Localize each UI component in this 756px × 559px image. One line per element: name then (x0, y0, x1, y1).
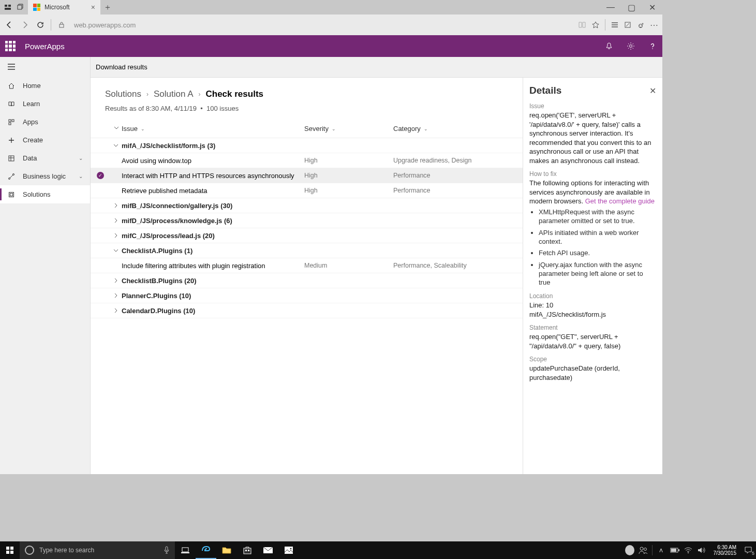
microsoft-favicon (33, 4, 40, 11)
help-icon[interactable] (648, 41, 657, 51)
issue-row[interactable]: Retrieve published metadataHighPerforman… (91, 183, 523, 198)
hub-icon[interactable] (611, 22, 619, 28)
tab-bar: Microsoft × ＋ — ▢ ✕ (0, 0, 662, 14)
chevron-icon (110, 277, 122, 284)
tab-close-icon[interactable]: × (91, 3, 95, 11)
details-issue-label: Issue (529, 102, 656, 110)
settings-icon[interactable] (626, 41, 635, 51)
group-row[interactable]: mifA_/JS/checklist/form.js (3) (91, 138, 523, 153)
crumb-solution-a[interactable]: Solution A (154, 89, 194, 99)
grid-body: mifA_/JS/checklist/form.js (3)Avoid usin… (91, 138, 523, 318)
svg-rect-13 (12, 120, 14, 122)
back-button[interactable] (4, 20, 14, 30)
nav-collapse-button[interactable] (0, 57, 90, 77)
command-bar: Download results (91, 57, 662, 78)
crumb-current: Check results (206, 89, 264, 99)
svg-rect-14 (9, 123, 11, 125)
home-icon (7, 82, 16, 90)
svg-rect-15 (9, 156, 14, 161)
suite-header: PowerApps (0, 35, 662, 57)
collapse-all-icon[interactable] (113, 125, 120, 131)
details-statement-text: req.open("GET", serverURL + "/api/data/v… (529, 332, 656, 350)
chevron-icon (110, 217, 122, 224)
nav-label: Apps (23, 118, 38, 126)
taskview-icon[interactable] (3, 3, 12, 12)
issue-row[interactable]: Include filtering attributes with plugin… (91, 258, 523, 273)
svg-point-9 (642, 23, 643, 24)
download-results-button[interactable]: Download results (96, 63, 147, 71)
tab-title: Microsoft (45, 4, 70, 11)
url-text[interactable]: web.powerapps.com (74, 21, 573, 29)
group-row[interactable]: CalendarD.Plugins (10) (91, 303, 523, 318)
nav-data[interactable]: Data⌄ (0, 149, 90, 167)
lock-icon[interactable] (56, 20, 67, 30)
svg-rect-4 (60, 24, 64, 27)
svg-point-10 (630, 45, 632, 48)
share-icon[interactable] (636, 21, 645, 29)
group-row[interactable]: mifB_/JS/connection/gallery.js (30) (91, 198, 523, 213)
details-panel: Details ✕ Issue req.open('GET', serverUR… (523, 78, 662, 474)
close-details-button[interactable]: ✕ (649, 86, 656, 96)
group-row[interactable]: PlannerC.Plugins (10) (91, 288, 523, 303)
issue-row[interactable]: Avoid using window.topHighUpgrade readin… (91, 153, 523, 168)
details-howtofix-label: How to fix (529, 170, 656, 178)
svg-point-7 (639, 25, 640, 26)
favorite-icon[interactable] (591, 21, 600, 29)
svg-rect-18 (9, 192, 14, 197)
flow-icon (7, 172, 16, 181)
nav-label: Learn (23, 100, 40, 108)
svg-rect-0 (5, 5, 7, 7)
solutions-icon (7, 190, 16, 199)
breadcrumb: Solutions › Solution A › Check results (91, 89, 523, 99)
group-row[interactable]: mifC_/JS/process/lead.js (20) (91, 228, 523, 243)
nav-label: Create (23, 136, 43, 144)
fix-list-item: XMLHttpRequest with the async parameter … (539, 208, 656, 226)
data-icon (7, 154, 16, 163)
fix-list-item: jQuery.ajax function with the async para… (539, 261, 656, 287)
col-header-severity[interactable]: Severity⌄ (304, 125, 393, 133)
chevron-down-icon: ⌄ (79, 173, 83, 179)
details-location-line: Line: 10 (529, 301, 656, 310)
group-row[interactable]: ChecklistA.Plugins (1) (91, 243, 523, 258)
tabgroup-icon[interactable] (16, 3, 25, 12)
col-header-category[interactable]: Category⌄ (393, 125, 508, 133)
guide-link[interactable]: Get the complete guide (585, 197, 655, 205)
fix-list-item: Fetch API usage. (539, 249, 656, 258)
notifications-icon[interactable] (604, 41, 614, 51)
chevron-icon (110, 247, 122, 254)
new-tab-button[interactable]: ＋ (100, 0, 115, 14)
crumb-solutions[interactable]: Solutions (105, 89, 141, 99)
results-pane: Solutions › Solution A › Check results R… (91, 78, 523, 474)
notes-icon[interactable] (624, 21, 631, 28)
details-location-label: Location (529, 292, 656, 300)
reading-icon[interactable] (578, 21, 586, 28)
refresh-button[interactable] (35, 20, 46, 30)
address-bar: web.powerapps.com ⋯ (0, 14, 662, 35)
col-header-issue[interactable]: Issue⌄ (122, 125, 304, 133)
forward-button[interactable] (20, 20, 30, 30)
chevron-right-icon: › (199, 91, 201, 98)
more-icon[interactable]: ⋯ (650, 20, 658, 30)
svg-rect-12 (9, 120, 11, 122)
results-meta: Results as of 8:30 AM, 4/11/19 • 100 iss… (91, 99, 523, 122)
nav-solutions[interactable]: Solutions (0, 185, 90, 203)
app-name[interactable]: PowerApps (25, 42, 65, 51)
app-launcher-icon[interactable] (5, 41, 16, 51)
issue-row[interactable]: ✓Interact with HTTP and HTTPS resources … (91, 168, 523, 183)
learn-icon (7, 100, 16, 108)
chevron-icon (110, 292, 122, 299)
chevron-icon (110, 307, 122, 314)
nav-label: Solutions (23, 190, 50, 198)
nav-create[interactable]: Create (0, 131, 90, 149)
group-row[interactable]: mifD_/JS/process/knowledge.js (6) (91, 213, 523, 228)
maximize-button[interactable]: ▢ (621, 0, 642, 14)
nav-business-logic[interactable]: Business logic⌄ (0, 167, 90, 185)
browser-tab[interactable]: Microsoft × (28, 0, 100, 14)
minimize-button[interactable]: — (600, 0, 621, 14)
svg-rect-1 (8, 5, 11, 7)
group-row[interactable]: ChecklistB.Plugins (20) (91, 273, 523, 288)
close-window-button[interactable]: ✕ (642, 0, 662, 14)
nav-home[interactable]: Home (0, 77, 90, 95)
nav-apps[interactable]: Apps (0, 113, 90, 131)
nav-learn[interactable]: Learn (0, 95, 90, 113)
